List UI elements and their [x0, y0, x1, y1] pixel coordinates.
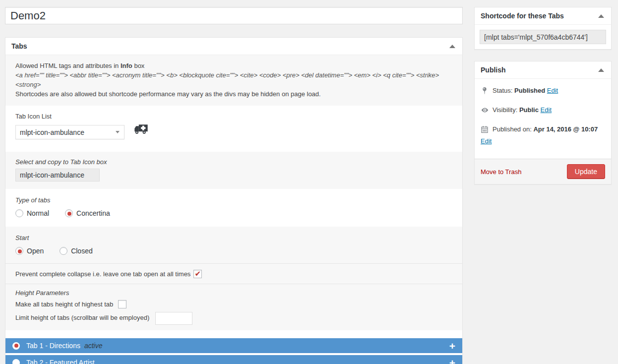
shortcode-input[interactable] — [480, 30, 606, 44]
publish-metabox: Publish Status: Published Edit — [474, 61, 612, 184]
radio-concertina[interactable]: Concertina — [65, 209, 110, 217]
wp-admin-edit-screen: Tabs Allowed HTML tags and attributes in… — [0, 0, 618, 364]
collapse-arrow-icon[interactable] — [449, 45, 455, 48]
icon-copy-section: Select and copy to Tab Icon box — [5, 152, 462, 189]
edit-visibility-link[interactable]: Edit — [541, 106, 552, 114]
edit-published-on-link[interactable]: Edit — [481, 137, 492, 145]
icon-copy-input[interactable] — [15, 169, 100, 182]
tab-2-radio[interactable] — [12, 359, 20, 364]
tab-2-title: Tab 2 - Featured Artist — [26, 359, 95, 364]
radio-normal-circle[interactable] — [15, 209, 23, 217]
type-of-tabs-label: Type of tabs — [15, 196, 452, 204]
published-on-row: Published on: Apr 14, 2016 @ 10:07 Edit — [481, 124, 605, 146]
prevent-collapse-section: Prevent complete collapse i.e. leave one… — [5, 263, 462, 284]
start-section: Start Open Closed — [5, 227, 462, 263]
tab-icon-select-wrap: mlpt-icon-ambulance — [15, 125, 124, 139]
collapse-arrow-icon[interactable] — [598, 14, 604, 18]
visibility-eye-icon — [481, 106, 491, 117]
prevent-collapse-checkbox[interactable] — [193, 270, 202, 278]
prevent-collapse-label: Prevent complete collapse i.e. leave one… — [15, 270, 190, 278]
radio-normal[interactable]: Normal — [15, 209, 49, 217]
published-on-value: Apr 14, 2016 @ 10:07 — [533, 125, 598, 133]
tab-icon-select[interactable]: mlpt-icon-ambulance — [15, 125, 124, 139]
start-label: Start — [15, 234, 452, 242]
radio-closed-circle[interactable] — [60, 247, 67, 255]
visibility-row: Visibility: Public Edit — [481, 105, 605, 117]
height-params-section: Height Parameters Make all tabs height o… — [5, 284, 462, 330]
make-all-tabs-checkbox[interactable] — [118, 300, 126, 308]
post-title-input[interactable] — [5, 7, 463, 24]
tab-1-title: Tab 1 - Directions — [26, 342, 80, 350]
shortcode-metabox: Shortcode for these Tabs — [474, 7, 612, 50]
main-column: Tabs Allowed HTML tags and attributes in… — [5, 7, 463, 364]
tab-row-2[interactable]: Tab 2 - Featured Artist + — [5, 355, 462, 364]
tab-2-expand-plus-icon[interactable]: + — [449, 358, 455, 364]
shortcode-metabox-title: Shortcode for these Tabs — [481, 12, 564, 20]
tab-1-expand-plus-icon[interactable]: + — [449, 341, 455, 351]
calendar-icon — [481, 125, 491, 136]
allowed-html-line: Allowed HTML tags and attributes in Info… — [15, 61, 452, 70]
bottom-gap — [5, 330, 462, 338]
update-button[interactable]: Update — [567, 164, 605, 179]
radio-closed[interactable]: Closed — [60, 247, 93, 255]
post-status-pin-icon — [481, 87, 491, 98]
tabs-metabox-title: Tabs — [11, 42, 27, 50]
publish-metabox-title: Publish — [481, 66, 506, 74]
tabs-metabox-header[interactable]: Tabs — [5, 38, 462, 55]
tab-icon-list-section: Tab Icon List mlpt-icon-ambulance — [5, 106, 462, 152]
limit-height-label: Limit height of tabs (scrollbar will be … — [15, 314, 149, 321]
publish-metabox-header[interactable]: Publish — [475, 61, 611, 79]
tab-1-radio[interactable] — [12, 342, 20, 350]
tab-row-1[interactable]: Tab 1 - Directions active + — [5, 338, 462, 353]
radio-open[interactable]: Open — [15, 247, 44, 255]
tab-icon-list-label: Tab Icon List — [15, 113, 452, 120]
radio-concertina-circle[interactable] — [65, 209, 73, 217]
ambulance-icon — [133, 123, 149, 137]
collapse-arrow-icon[interactable] — [598, 68, 604, 72]
type-of-tabs-section: Type of tabs Normal Concertina — [5, 189, 462, 227]
limit-height-input[interactable] — [155, 312, 192, 325]
radio-open-circle[interactable] — [15, 247, 23, 255]
status-row: Status: Published Edit — [481, 86, 605, 98]
height-params-label: Height Parameters — [15, 289, 452, 297]
tabs-metabox: Tabs Allowed HTML tags and attributes in… — [5, 37, 463, 364]
make-all-tabs-label: Make all tabs height of highest tab — [15, 301, 113, 308]
allowed-tags-list: <a href="" title=""> <abbr title=""> <ac… — [15, 70, 452, 89]
sidebar: Shortcode for these Tabs Publish — [474, 7, 612, 184]
move-to-trash-link[interactable]: Move to Trash — [481, 168, 521, 176]
tab-1-status: active — [84, 342, 103, 350]
icon-copy-label: Select and copy to Tab Icon box — [15, 158, 452, 166]
shortcode-metabox-header[interactable]: Shortcode for these Tabs — [475, 7, 611, 25]
status-value: Published — [514, 87, 545, 94]
allowed-html-info: Allowed HTML tags and attributes in Info… — [5, 55, 462, 106]
edit-status-link[interactable]: Edit — [547, 87, 558, 94]
shortcodes-note: Shortcodes are also allowed but shortcod… — [15, 89, 452, 99]
visibility-value: Public — [519, 106, 539, 114]
